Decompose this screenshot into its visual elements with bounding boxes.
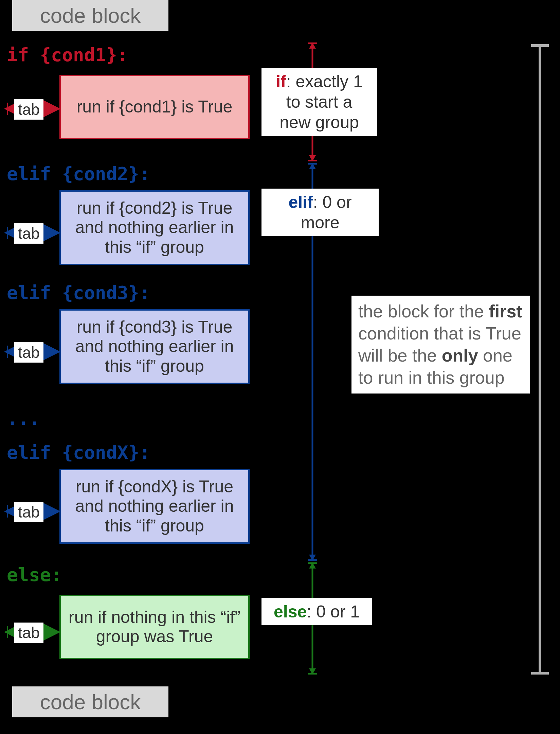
else-keyword: else: [7,564,62,586]
tab-box-elifX: tab [14,502,43,522]
elif2-run-box: run if {cond3} is True and nothing earli… [59,309,250,384]
code-block-label-bottom: code block [12,686,168,717]
else-annot-kw: else [274,602,307,621]
diagram-stage: code block if {cond1}: tab run if {cond1… [0,0,560,734]
summary-annotation: the block for the first condition that i… [351,296,530,394]
ellipsis: ... [7,408,40,429]
elifX-run-box: run if {condX} is True and nothing earli… [59,469,250,544]
overall-range-bar [530,44,550,675]
elif-annotation: elif: 0 or more [261,189,379,236]
if-annotation: if: exactly 1 to start a new group [261,68,377,136]
elif1-keyword: elif {cond2}: [7,163,150,185]
summary-s2: only [442,346,478,365]
if-annot-kw: if [276,72,286,91]
elif2-keyword: elif {cond3}: [7,282,150,303]
else-run-box: run if nothing in this “if” group was Tr… [59,595,250,659]
code-block-label-top: code block [12,0,168,31]
tab-box-elif1: tab [14,223,43,244]
tab-box-else: tab [14,623,43,643]
elif-annot-kw: elif [288,193,313,212]
if-run-box: run if {cond1} is True [59,75,250,139]
if-keyword: if {cond1}: [7,44,128,66]
else-annot-rest: : 0 or 1 [307,602,360,621]
elifX-keyword: elif {condX}: [7,442,150,463]
summary-p1: the block for the [358,301,489,321]
tab-box-if: tab [14,99,43,120]
if-annot-rest: : exactly 1 to start a new group [279,72,363,132]
tab-box-elif2: tab [14,342,43,363]
summary-s1: first [489,301,522,321]
else-annotation: else: 0 or 1 [261,598,372,625]
elif1-run-box: run if {cond2} is True and nothing earli… [59,190,250,265]
